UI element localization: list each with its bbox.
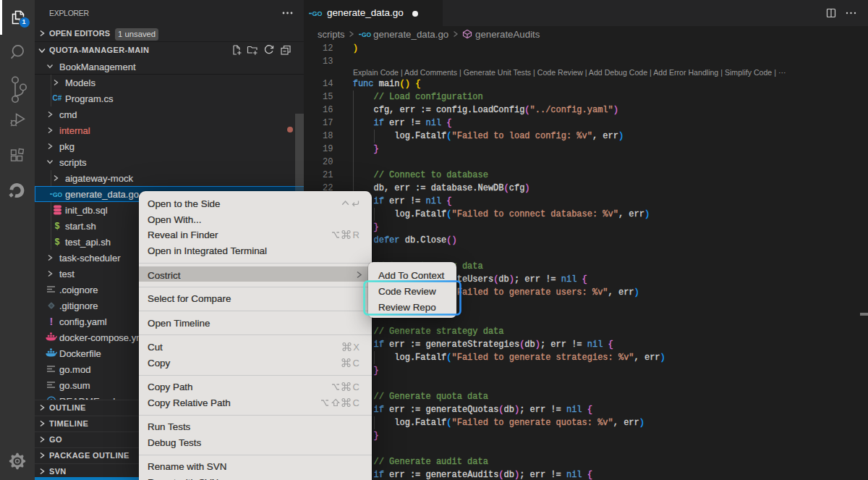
svg-text:GO: GO — [362, 31, 372, 38]
svg-text:GO: GO — [312, 10, 323, 17]
